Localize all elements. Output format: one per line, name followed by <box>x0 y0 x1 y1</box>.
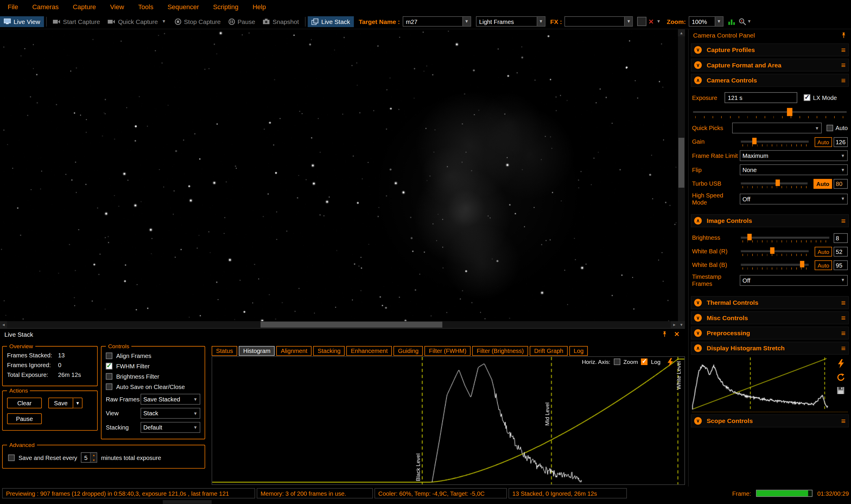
timestamp-dropdown[interactable]: Off▼ <box>740 275 848 286</box>
tab-alignment[interactable]: Alignment <box>276 346 311 356</box>
high-speed-dropdown[interactable]: Off▼ <box>740 193 848 204</box>
tab-guiding[interactable]: Guiding <box>394 346 423 356</box>
menu-view[interactable]: View <box>110 3 124 11</box>
menu-icon[interactable]: ≡ <box>841 314 846 322</box>
save-stretch-icon[interactable] <box>837 386 845 394</box>
tab-histogram[interactable]: Histogram <box>239 346 275 356</box>
menu-icon[interactable]: ≡ <box>841 329 846 337</box>
tab-status[interactable]: Status <box>212 346 238 356</box>
menu-icon[interactable]: ≡ <box>841 76 846 84</box>
horizontal-scrollbar[interactable]: ◄ ► <box>0 321 678 328</box>
gain-value[interactable]: 126 <box>834 137 848 147</box>
menu-help[interactable]: Help <box>253 3 266 11</box>
turbo-usb-slider[interactable] <box>741 179 808 188</box>
stretch-histogram-canvas[interactable] <box>692 357 831 410</box>
exposure-auto-checkbox[interactable] <box>827 125 833 131</box>
section-capture-format[interactable]: ∨ Capture Format and Area ≡ <box>691 58 849 72</box>
section-image-controls[interactable]: ∧ Image Controls ≡ <box>691 214 849 227</box>
selection-area-button[interactable] <box>638 17 647 26</box>
clear-button[interactable]: Clear <box>7 398 42 409</box>
brightness-value[interactable]: 8 <box>834 233 848 243</box>
menu-cameras[interactable]: Cameras <box>32 3 58 11</box>
menu-tools[interactable]: Tools <box>138 3 153 11</box>
chevron-down-icon[interactable]: ▼ <box>537 17 545 26</box>
chevron-down-icon[interactable]: ▼ <box>624 17 633 26</box>
menu-icon[interactable]: ≡ <box>841 299 846 306</box>
mid-level-label[interactable]: Mid Level <box>544 402 550 426</box>
menu-capture[interactable]: Capture <box>73 3 96 11</box>
spin-up-icon[interactable]: ▲ <box>91 453 97 457</box>
section-preprocessing[interactable]: ∨ Preprocessing ≡ <box>691 326 849 339</box>
live-stack-button[interactable]: Live Stack <box>308 16 354 27</box>
section-capture-profiles[interactable]: ∨ Capture Profiles ≡ <box>691 43 849 56</box>
hscroll-thumb[interactable] <box>261 322 442 327</box>
section-thermal-controls[interactable]: ∨ Thermal Controls ≡ <box>691 296 849 309</box>
live-image-canvas[interactable] <box>0 29 678 321</box>
chevron-down-icon[interactable]: ▼ <box>462 17 471 26</box>
menu-sequencer[interactable]: Sequencer <box>168 3 199 11</box>
white-bal-b-auto-button[interactable]: Auto <box>815 260 832 270</box>
pause-button-toolbar[interactable]: Pause <box>225 16 259 27</box>
section-misc-controls[interactable]: ∨ Misc Controls ≡ <box>691 311 849 324</box>
magnifier-icon[interactable] <box>738 18 746 25</box>
histogram-canvas[interactable] <box>212 357 684 484</box>
section-scope-controls[interactable]: ∨ Scope Controls ≡ <box>691 414 849 427</box>
save-reset-checkbox[interactable] <box>8 454 15 461</box>
tab-filter-brightness[interactable]: Filter (Brightness) <box>472 346 528 356</box>
brightness-filter-checkbox[interactable] <box>106 373 112 380</box>
section-camera-controls[interactable]: ∧ Camera Controls ≡ <box>691 74 849 87</box>
zoom-checkbox[interactable] <box>613 359 620 365</box>
target-name-dropdown[interactable]: m27 ▼ <box>403 16 471 26</box>
auto-stretch-lightning-icon[interactable] <box>667 358 674 366</box>
turbo-usb-value[interactable]: 80 <box>834 179 848 188</box>
chevron-down-icon[interactable]: ▼ <box>715 17 723 26</box>
save-dropdown-caret[interactable]: ▼ <box>73 398 83 409</box>
black-level-label[interactable]: Black Level <box>415 453 421 481</box>
menu-icon[interactable]: ≡ <box>841 417 846 425</box>
save-button[interactable]: Save <box>48 398 73 409</box>
scroll-left-icon[interactable]: ◄ <box>0 321 7 328</box>
chevron-down-icon[interactable]: ▼ <box>656 19 661 24</box>
scroll-up-icon[interactable]: ▲ <box>678 29 685 36</box>
reset-stretch-icon[interactable] <box>836 373 845 382</box>
align-frames-checkbox[interactable] <box>106 353 112 359</box>
tab-log[interactable]: Log <box>569 346 588 356</box>
white-level-label[interactable]: White Level <box>676 361 681 390</box>
scroll-down-icon[interactable]: ▼ <box>678 321 685 328</box>
flip-dropdown[interactable]: None▼ <box>740 164 848 175</box>
start-capture-button[interactable]: Start Capture <box>49 16 104 27</box>
section-display-histogram[interactable]: ∧ Display Histogram Stretch ≡ <box>691 341 849 355</box>
menu-file[interactable]: File <box>8 3 18 11</box>
pause-button[interactable]: Pause <box>7 413 42 424</box>
menu-icon[interactable]: ≡ <box>841 344 846 352</box>
white-bal-r-auto-button[interactable]: Auto <box>815 247 832 256</box>
chevron-down-icon[interactable]: ▼ <box>747 19 752 24</box>
auto-save-checkbox[interactable] <box>106 383 112 390</box>
histogram-icon[interactable] <box>728 18 735 24</box>
log-checkbox[interactable] <box>641 359 648 365</box>
exposure-input[interactable] <box>724 92 797 103</box>
chevron-down-icon[interactable]: ▼ <box>162 19 166 24</box>
tab-enhancement[interactable]: Enhancement <box>346 346 392 356</box>
raw-frames-dropdown[interactable]: Save Stacked▼ <box>140 394 200 405</box>
turbo-auto-button[interactable]: Auto <box>814 179 832 188</box>
menu-icon[interactable]: ≡ <box>841 217 846 224</box>
lx-mode-checkbox[interactable] <box>804 94 810 101</box>
frame-rate-dropdown[interactable]: Maximum▼ <box>740 150 848 161</box>
pin-icon[interactable] <box>841 32 847 38</box>
vscroll-thumb[interactable] <box>679 138 684 188</box>
white-bal-b-value[interactable]: 95 <box>834 260 848 270</box>
gain-auto-button[interactable]: Auto <box>815 137 832 147</box>
tab-filter-fwhm[interactable]: Filter (FWHM) <box>424 346 471 356</box>
pin-icon[interactable] <box>662 331 667 337</box>
frame-type-dropdown[interactable]: Light Frames ▼ <box>476 16 545 26</box>
tab-drift-graph[interactable]: Drift Graph <box>530 346 568 356</box>
auto-stretch-lightning-icon[interactable] <box>837 359 844 368</box>
live-view-button[interactable]: Live View <box>0 16 44 27</box>
gain-slider[interactable] <box>741 137 809 147</box>
image-view[interactable] <box>0 29 678 321</box>
white-bal-r-value[interactable]: 52 <box>834 247 848 256</box>
white-bal-b-slider[interactable] <box>741 260 809 270</box>
menu-icon[interactable]: ≡ <box>841 46 846 54</box>
scroll-right-icon[interactable]: ► <box>671 321 678 328</box>
